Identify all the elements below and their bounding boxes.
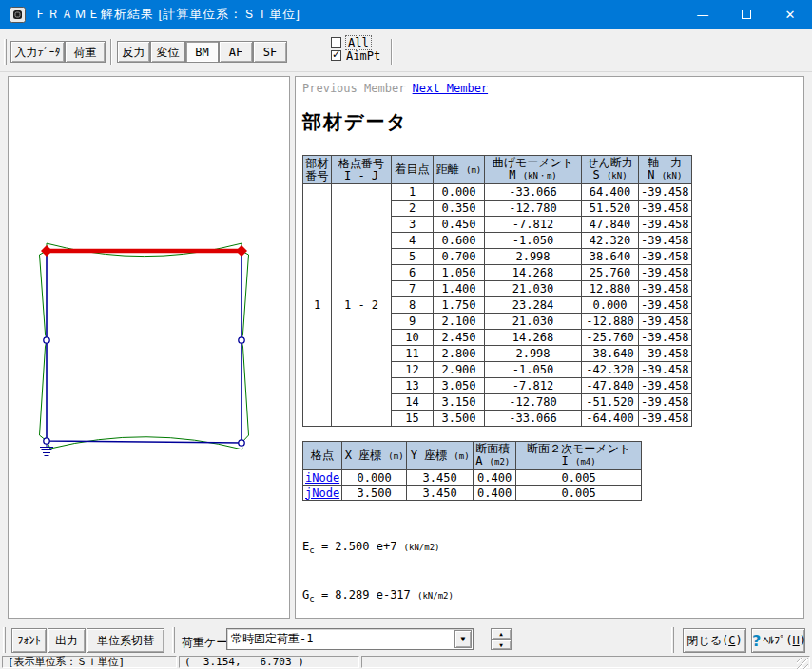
resize-grip[interactable] bbox=[797, 658, 808, 669]
aimpt-checkbox[interactable]: ✓ bbox=[331, 50, 341, 61]
cell: 11 bbox=[392, 346, 434, 362]
elastic-modulus-line: Ec = 2.500 e+7 (kN/m2) bbox=[302, 540, 542, 559]
cell: 1.050 bbox=[434, 265, 485, 281]
material-properties: Ec = 2.500 e+7 (kN/m2) Gc = 8.289 e-317 … bbox=[302, 510, 542, 619]
diagram-panel[interactable] bbox=[8, 76, 290, 619]
window-title: ＦＲＡＭＥ解析結果 [計算単位系：ＳＩ単位] bbox=[34, 6, 300, 23]
cell: 42.320 bbox=[582, 233, 639, 249]
axial-force-button[interactable]: AF bbox=[219, 41, 253, 63]
bending-moment-button[interactable]: BM bbox=[185, 41, 219, 63]
cell: 0.000 bbox=[434, 184, 485, 201]
cell: -7.812 bbox=[485, 378, 582, 394]
toolbar-separator bbox=[110, 39, 112, 65]
reaction-button[interactable]: 反力 bbox=[117, 41, 150, 63]
load-case-select[interactable]: 常時固定荷重-1 ▼ bbox=[226, 628, 474, 650]
load-button[interactable]: 荷重 bbox=[65, 41, 106, 63]
cell: 15 bbox=[392, 411, 434, 427]
cell: 3.150 bbox=[434, 394, 485, 411]
close-button[interactable]: ✕ bbox=[768, 0, 812, 29]
table-row: jNode 3.500 3.450 0.400 0.005 bbox=[303, 486, 642, 501]
cell: 51.520 bbox=[582, 201, 639, 217]
cell: 3.500 bbox=[434, 411, 485, 427]
cell: 0.400 bbox=[474, 470, 516, 486]
table-row: iNode 0.000 3.450 0.400 0.005 bbox=[303, 470, 642, 486]
cell: -39.458 bbox=[639, 265, 692, 281]
cell: 3.050 bbox=[434, 378, 485, 394]
cell: -42.320 bbox=[582, 362, 639, 378]
jnode-link-cell: jNode bbox=[303, 486, 342, 501]
all-checkbox-label[interactable]: All bbox=[346, 36, 371, 49]
output-button[interactable]: 出力 bbox=[48, 628, 86, 653]
titlebar: ＦＲＡＭＥ解析結果 [計算単位系：ＳＩ単位] — ✕ bbox=[0, 0, 812, 29]
aimpt-checkbox-label[interactable]: AimPt bbox=[346, 49, 380, 63]
support-icon bbox=[40, 444, 53, 456]
cell: 7 bbox=[392, 281, 434, 297]
cell: 12 bbox=[392, 362, 434, 378]
cell: -38.640 bbox=[582, 346, 639, 362]
cell: -39.458 bbox=[639, 330, 692, 346]
shear-force-button[interactable]: SF bbox=[253, 41, 287, 63]
cell: 2.800 bbox=[434, 346, 485, 362]
step-up-button[interactable]: ▲ bbox=[491, 628, 512, 640]
cell: 2 bbox=[392, 201, 434, 217]
inode-link[interactable]: iNode bbox=[305, 471, 339, 485]
displacement-button[interactable]: 変位 bbox=[150, 41, 185, 63]
jnode-link[interactable]: jNode bbox=[305, 487, 339, 500]
chevron-down-icon[interactable]: ▼ bbox=[454, 630, 472, 648]
cell: 0.700 bbox=[434, 249, 485, 265]
toolbar-grip[interactable] bbox=[172, 627, 175, 653]
cell: 47.840 bbox=[582, 217, 639, 233]
cell: 0.000 bbox=[342, 470, 407, 486]
col-header-area: 断面積A (m2) bbox=[474, 442, 516, 470]
cell: 38.640 bbox=[582, 249, 639, 265]
cell: -64.400 bbox=[582, 411, 639, 427]
close-dialog-button[interactable]: 閉じる(C) bbox=[683, 628, 746, 653]
font-button[interactable]: ﾌｫﾝﾄ bbox=[11, 628, 47, 653]
next-member-link[interactable]: Next Member bbox=[413, 82, 488, 95]
node-marker[interactable] bbox=[44, 337, 49, 343]
cell: -12.780 bbox=[485, 201, 582, 217]
toolbar-grip[interactable] bbox=[671, 627, 674, 653]
col-header-x: X 座標 (m) bbox=[342, 442, 407, 470]
node-marker[interactable] bbox=[239, 440, 244, 446]
unit-toggle-button[interactable]: 単位系切替 bbox=[87, 628, 164, 653]
cell: 4 bbox=[392, 233, 434, 249]
cell: -39.458 bbox=[639, 281, 692, 297]
toolbar-grip[interactable] bbox=[3, 627, 6, 653]
col-header-point: 着目点 bbox=[392, 156, 434, 184]
cell: 5 bbox=[392, 249, 434, 265]
col-header-member-no: 部材番号 bbox=[303, 156, 332, 184]
toolbar-grip[interactable] bbox=[4, 39, 7, 65]
cell: 1.750 bbox=[434, 297, 485, 314]
cell: 10 bbox=[392, 330, 434, 346]
cell: -25.760 bbox=[582, 330, 639, 346]
result-toolbar: 入力ﾃﾞｰﾀ 荷重 反力 変位 BM AF SF All ✓ AimPt bbox=[0, 29, 812, 72]
shear-modulus-line: Gc = 8.289 e-317 (kN/m2) bbox=[302, 588, 542, 607]
toolbar-separator bbox=[391, 39, 393, 65]
cell: 0.350 bbox=[434, 201, 485, 217]
node-marker[interactable] bbox=[44, 438, 49, 444]
cell: -33.066 bbox=[485, 411, 582, 427]
cell: 0.400 bbox=[474, 486, 516, 501]
page-title: 部材データ bbox=[302, 109, 408, 135]
cell: 1.400 bbox=[434, 281, 485, 297]
cell: -39.458 bbox=[639, 378, 692, 394]
cell: -39.458 bbox=[639, 297, 692, 314]
status-coordinates: ( 3.154, 6.703 ) bbox=[179, 656, 359, 668]
cell: -39.458 bbox=[639, 217, 692, 233]
col-header-node: 格点 bbox=[303, 442, 342, 470]
cell: -39.458 bbox=[639, 411, 692, 427]
minimize-button[interactable]: — bbox=[681, 0, 725, 29]
input-data-button[interactable]: 入力ﾃﾞｰﾀ bbox=[10, 41, 65, 63]
all-checkbox[interactable] bbox=[331, 37, 341, 48]
cell: 2.100 bbox=[434, 314, 485, 330]
help-button[interactable]: ?ﾍﾙﾌﾟ(H) bbox=[751, 628, 805, 653]
step-down-button[interactable]: ▼ bbox=[491, 640, 512, 651]
cell: 14 bbox=[392, 394, 434, 411]
maximize-button[interactable] bbox=[725, 0, 768, 29]
cell: 2.450 bbox=[434, 330, 485, 346]
bottom-toolbar: ﾌｫﾝﾄ 出力 単位系切替 荷重ケース 常時固定荷重-1 ▼ ▲ ▼ 閉じる(C… bbox=[0, 619, 812, 656]
node-marker[interactable] bbox=[239, 337, 244, 343]
status-bar: [表示単位系：ＳＩ単位] ( 3.154, 6.703 ) bbox=[0, 656, 812, 669]
minimize-icon: — bbox=[697, 8, 709, 22]
